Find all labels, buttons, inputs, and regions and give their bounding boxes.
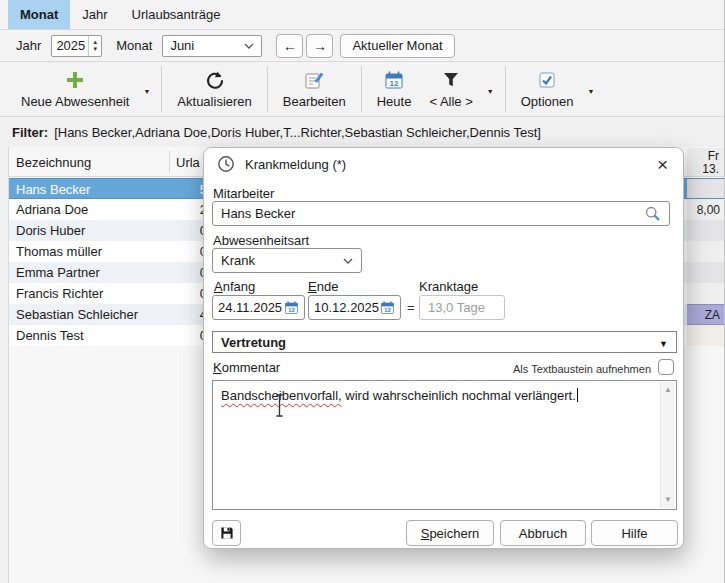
employee-name: Adriana Doe bbox=[16, 202, 88, 217]
new-absence-button[interactable]: Neue Abwesenheit bbox=[12, 65, 138, 113]
chevron-down-icon bbox=[343, 258, 353, 264]
text-caret bbox=[577, 388, 578, 402]
column-header-name: Bezeichnung bbox=[16, 155, 91, 170]
vacation-value: 4 bbox=[159, 307, 207, 322]
options-dropdown-icon[interactable] bbox=[582, 82, 599, 97]
clock-icon bbox=[217, 155, 235, 173]
filter-scope-dropdown-icon[interactable] bbox=[482, 82, 499, 97]
year-label: Jahr bbox=[16, 38, 41, 53]
filter-label: Filter: bbox=[12, 125, 48, 140]
month-combobox[interactable]: Juni bbox=[162, 35, 262, 57]
employee-name: Francis Richter bbox=[16, 286, 103, 301]
day-cell[interactable]: 8,00 bbox=[687, 199, 725, 220]
textarea-scrollbar[interactable]: ▲ ▼ bbox=[660, 382, 675, 508]
save-icon-button[interactable] bbox=[212, 520, 241, 546]
tab-jahr[interactable]: Jahr bbox=[70, 0, 119, 29]
funnel-icon bbox=[441, 70, 461, 90]
year-value: 2025 bbox=[52, 36, 88, 56]
employee-name: Thomas müller bbox=[16, 244, 102, 259]
sick-days-value: 13,0 Tage bbox=[428, 300, 485, 315]
employee-name: Dennis Test bbox=[16, 328, 84, 343]
toolbar-separator bbox=[505, 66, 506, 112]
current-month-button[interactable]: Aktueller Monat bbox=[340, 34, 454, 58]
start-date-value: 24.11.2025 bbox=[218, 300, 282, 315]
spin-up-icon[interactable] bbox=[92, 39, 98, 46]
cancel-button[interactable]: Abbruch bbox=[500, 520, 586, 546]
comment-label: Kommentar bbox=[213, 360, 280, 375]
options-checkbox-icon bbox=[537, 70, 557, 90]
day-cell[interactable] bbox=[687, 262, 725, 283]
next-month-button[interactable]: → bbox=[306, 34, 333, 58]
day-cell[interactable] bbox=[687, 283, 725, 304]
day-cell-za-badge[interactable]: ZA bbox=[687, 304, 725, 325]
vacation-value: 0 bbox=[159, 244, 207, 259]
column-header-vacation: Urla bbox=[176, 155, 200, 170]
end-date-label: Ende bbox=[308, 279, 338, 294]
day-cell[interactable] bbox=[687, 325, 725, 346]
svg-text:12: 12 bbox=[288, 307, 295, 313]
chevron-down-icon bbox=[244, 43, 254, 49]
absence-type-label: Abwesenheitsart bbox=[213, 233, 309, 248]
close-icon[interactable]: × bbox=[655, 155, 670, 174]
sick-note-dialog: Krankmeldung (*) × Mitarbeiter Hans Beck… bbox=[203, 147, 684, 549]
day-cell[interactable] bbox=[687, 241, 725, 262]
new-absence-dropdown-icon[interactable] bbox=[138, 82, 155, 97]
vacation-value: 0 bbox=[159, 286, 207, 301]
tab-monat[interactable]: Monat bbox=[8, 0, 70, 29]
edit-label: Bearbeiten bbox=[283, 94, 346, 109]
employee-name: Hans Becker bbox=[16, 182, 90, 197]
vacation-value: 5 bbox=[159, 182, 207, 197]
employee-name: Emma Partner bbox=[16, 265, 100, 280]
filter-scope-label: < Alle > bbox=[429, 94, 472, 109]
comment-text: Bandscheibenvorfall, wird wahrscheinlich… bbox=[221, 387, 652, 404]
vacation-value: 0 bbox=[159, 328, 207, 343]
svg-text:12: 12 bbox=[384, 307, 391, 313]
calendar-icon[interactable]: 12 bbox=[380, 300, 395, 315]
edit-icon bbox=[304, 70, 324, 90]
application-window: Monat Jahr Urlaubsanträge Jahr 2025 Mona… bbox=[0, 0, 725, 583]
end-date-input[interactable]: 10.12.2025 12 bbox=[308, 295, 401, 320]
today-button[interactable]: 12 Heute bbox=[368, 65, 421, 113]
refresh-icon bbox=[205, 70, 225, 90]
tab-bar: Monat Jahr Urlaubsanträge bbox=[0, 0, 724, 30]
scroll-up-icon[interactable]: ▲ bbox=[661, 385, 675, 395]
start-date-input[interactable]: 24.11.2025 12 bbox=[212, 295, 305, 320]
toolbar-separator bbox=[161, 66, 162, 112]
equals-sign: = bbox=[407, 300, 415, 315]
help-button[interactable]: Hilfe bbox=[591, 520, 678, 546]
dropdown-arrow-icon bbox=[659, 335, 668, 350]
day-cell[interactable] bbox=[687, 179, 725, 198]
substitute-section-label: Vertretung bbox=[221, 335, 286, 350]
substitute-section-header[interactable]: Vertretung bbox=[212, 331, 677, 353]
today-label: Heute bbox=[377, 94, 412, 109]
filter-scope-button[interactable]: < Alle > bbox=[420, 65, 481, 113]
search-icon[interactable] bbox=[644, 205, 661, 222]
day-cell[interactable] bbox=[687, 220, 725, 241]
year-spinner[interactable]: 2025 bbox=[51, 35, 102, 57]
refresh-button[interactable]: Aktualisieren bbox=[168, 65, 260, 113]
refresh-label: Aktualisieren bbox=[177, 94, 251, 109]
calendar-icon[interactable]: 12 bbox=[284, 300, 299, 315]
vacation-value: 0 bbox=[159, 265, 207, 280]
edit-button[interactable]: Bearbeiten bbox=[274, 65, 355, 113]
absence-type-combobox[interactable]: Krank bbox=[212, 248, 362, 273]
employee-label: Mitarbeiter bbox=[213, 186, 274, 201]
ibeam-cursor bbox=[274, 394, 285, 417]
employee-name: Sebastian Schleicher bbox=[16, 307, 138, 322]
spin-down-icon[interactable] bbox=[92, 46, 98, 53]
plus-icon bbox=[65, 70, 85, 90]
scroll-down-icon[interactable]: ▼ bbox=[661, 495, 675, 505]
column-separator bbox=[169, 151, 170, 173]
absence-type-value: Krank bbox=[221, 253, 255, 268]
save-button[interactable]: Speichern bbox=[406, 520, 494, 546]
tab-urlaubsantraege[interactable]: Urlaubsanträge bbox=[120, 0, 233, 29]
employee-input[interactable]: Hans Becker bbox=[212, 201, 670, 226]
textblock-checkbox[interactable] bbox=[658, 359, 674, 375]
start-date-label: Anfang bbox=[214, 279, 255, 294]
dialog-title-bar: Krankmeldung (*) × bbox=[204, 148, 683, 180]
new-absence-label: Neue Abwesenheit bbox=[21, 94, 129, 109]
previous-month-button[interactable]: ← bbox=[276, 34, 303, 58]
dialog-title: Krankmeldung (*) bbox=[245, 157, 346, 172]
options-button[interactable]: Optionen bbox=[512, 65, 583, 113]
column-header-day: Fr 13. bbox=[687, 148, 725, 176]
